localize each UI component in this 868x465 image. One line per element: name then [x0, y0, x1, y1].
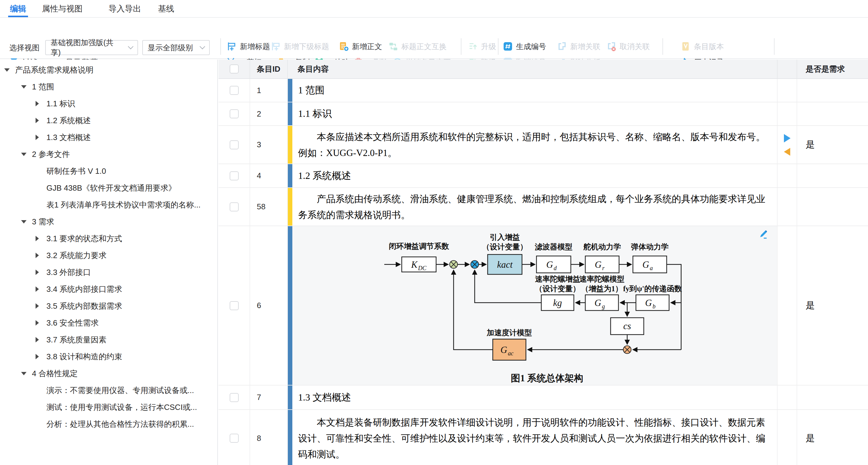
tree-expand-icon[interactable]: [21, 153, 32, 156]
tree-expand-icon[interactable]: [4, 68, 15, 72]
level-select-value: 显示全部级别: [148, 43, 193, 53]
tree-item-3-2[interactable]: 3.2 系统能力要求: [0, 247, 217, 264]
table-row[interactable]: 7 1.3 文档概述: [218, 386, 868, 410]
add-title-button[interactable]: 新增标题: [227, 39, 270, 53]
out-link-arrow-icon[interactable]: [784, 134, 790, 142]
edit-pencil-icon[interactable]: [758, 229, 769, 239]
row-color-bar: [288, 386, 292, 409]
tree-item-3-8[interactable]: 3.8 设计和构造的约束: [0, 348, 217, 365]
row-checkbox[interactable]: [230, 202, 239, 211]
tree-item-2[interactable]: 2 参考文件: [0, 146, 217, 163]
tree-collapse-icon[interactable]: [36, 236, 46, 241]
table-row[interactable]: 8 本文档是装备研制数据库开发软件详细设计说明，用于说明软件的功能设计、性能指标…: [218, 410, 868, 465]
select-all-checkbox[interactable]: [230, 64, 239, 73]
tree-item-root[interactable]: 产品系统需求规格说明: [0, 61, 217, 78]
block-symbol-sub: b: [652, 303, 655, 309]
tab-baseline[interactable]: 基线: [158, 0, 174, 17]
tree-item-3-4[interactable]: 3.4 系统内部接口需求: [0, 281, 217, 298]
row-checkbox[interactable]: [230, 171, 239, 180]
promote-button: 升级: [468, 39, 496, 53]
row-checkbox[interactable]: [230, 434, 239, 443]
tree-collapse-icon[interactable]: [36, 320, 46, 326]
tree-collapse-icon[interactable]: [36, 135, 46, 140]
row-checkbox[interactable]: [230, 301, 239, 310]
tree-item-1[interactable]: 1 范围: [0, 78, 217, 95]
tree-collapse-icon[interactable]: [36, 287, 46, 292]
tree-item-3-3[interactable]: 3.3 外部接口: [0, 264, 217, 281]
item-heading: 1.3 文档概述: [288, 391, 351, 404]
tree-expand-icon[interactable]: [21, 85, 32, 89]
row-id: 58: [250, 188, 288, 226]
tree-collapse-icon[interactable]: [36, 253, 46, 258]
tree-item-qual-1[interactable]: 演示：不需要使用仪器、专用测试设备或...: [0, 382, 217, 399]
requirement-value: [797, 102, 868, 125]
block-symbol: cs: [623, 321, 631, 331]
tab-import-export[interactable]: 导入导出: [108, 0, 141, 17]
item-paragraph: 产品系统由传动系统、滑油系统、健康管理系统、燃油和控制系统组成，每个业务系统的具…: [288, 191, 777, 223]
block-symbol: G: [645, 298, 652, 308]
table-row[interactable]: 3 本条应描述本文档所适用系统和软件的完整标识，适用时，包括其标识号、名称、缩略…: [218, 126, 868, 164]
item-version-label: 条目版本: [694, 41, 724, 52]
in-link-arrow-icon[interactable]: [784, 148, 790, 156]
diagram-label: 引入增益: [490, 233, 520, 241]
tab-props-view[interactable]: 属性与视图: [42, 0, 83, 17]
tree-collapse-icon[interactable]: [36, 101, 46, 106]
diagram-label: （增益为1）: [581, 285, 623, 293]
tree-collapse-icon[interactable]: [36, 118, 46, 123]
toolbar: 选择视图 基础视图加强版(共享) 显示全部级别 过滤 显示/隐藏 新增标题 新增…: [0, 18, 868, 59]
chevron-down-icon: [128, 44, 133, 49]
table-row[interactable]: 4 1.2 系统概述: [218, 164, 868, 188]
tree-item-label: 3.7 系统质量因素: [46, 335, 106, 345]
tree-item-1-1[interactable]: 1.1 标识: [0, 95, 217, 112]
row-checkbox[interactable]: [230, 140, 239, 150]
tab-edit[interactable]: 编辑: [10, 0, 26, 17]
requirement-value: 是: [797, 226, 868, 385]
row-checkbox[interactable]: [230, 393, 239, 402]
row-color-bar: [288, 126, 292, 164]
item-heading: 1.1 标识: [288, 107, 332, 121]
tree-item-1-3[interactable]: 1.3 文档概述: [0, 129, 217, 146]
generate-number-button[interactable]: 生成编号: [503, 39, 546, 53]
table-row[interactable]: 2 1.1 标识: [218, 102, 868, 126]
table-row[interactable]: 58 产品系统由传动系统、滑油系统、健康管理系统、燃油和控制系统组成，每个业务系…: [218, 188, 868, 226]
tree-item-3-6[interactable]: 3.6 安全性需求: [0, 314, 217, 331]
tree-item-3-1[interactable]: 3.1 要求的状态和方式: [0, 230, 217, 247]
row-checkbox[interactable]: [230, 86, 239, 95]
block-symbol: kact: [497, 259, 513, 270]
row-id: 3: [250, 126, 288, 164]
table-row[interactable]: 6: [218, 226, 868, 386]
tree-item-3[interactable]: 3 需求: [0, 213, 217, 230]
block-symbol-sub: d: [554, 265, 557, 271]
view-select-dropdown[interactable]: 基础视图加强版(共享): [45, 40, 138, 55]
level-select-dropdown[interactable]: 显示全部级别: [142, 40, 210, 55]
diagram-label: 速率陀螺增益: [535, 275, 580, 283]
tree-collapse-icon[interactable]: [36, 270, 46, 275]
tree-item-ref-3[interactable]: 表1 列表清单序号技术协议中需求项的名称...: [0, 196, 217, 213]
table-row[interactable]: 1 1 范围: [218, 79, 868, 102]
tree-item-ref-1[interactable]: 研制任务书 V 1.0: [0, 163, 217, 179]
tree-expand-icon[interactable]: [21, 220, 32, 224]
tree-item-3-5[interactable]: 3.5 系统内部数据需求: [0, 298, 217, 314]
tree-item-3-7[interactable]: 3.7 系统质量因素: [0, 331, 217, 348]
tree-item-label: 4 合格性规定: [32, 368, 78, 379]
tree-expand-icon[interactable]: [21, 372, 32, 375]
tree-collapse-icon[interactable]: [36, 354, 46, 359]
tree-collapse-icon[interactable]: [36, 303, 46, 309]
toolbar-separator: [662, 38, 663, 55]
tree-item-label: 1.1 标识: [46, 98, 75, 109]
tree-item-1-2[interactable]: 1.2 系统概述: [0, 112, 217, 129]
tree-item-qual-2[interactable]: 测试：使用专用测试设备，运行本CSCI或...: [0, 399, 217, 416]
add-body-button[interactable]: 新增正文: [339, 39, 382, 53]
row-checkbox[interactable]: [230, 109, 239, 119]
tree-item-4[interactable]: 4 合格性规定: [0, 365, 217, 382]
tree-item-ref-2[interactable]: GJB 438B《软件开发文档通用要求》: [0, 179, 217, 196]
add-body-label: 新增正文: [352, 41, 382, 52]
row-id: 6: [250, 226, 288, 385]
tree-collapse-icon[interactable]: [36, 337, 46, 342]
tree-item-label: 表1 列表清单序号技术协议中需求项的名称...: [46, 200, 200, 210]
row-color-bar: [288, 102, 292, 125]
tree-item-label: 测试：使用专用测试设备，运行本CSCI或...: [46, 402, 197, 412]
tree-item-qual-3[interactable]: 分析：处理从其他合格性方法获得的积累...: [0, 416, 217, 432]
add-title-icon: [227, 41, 237, 52]
block-symbol: G: [643, 259, 649, 270]
